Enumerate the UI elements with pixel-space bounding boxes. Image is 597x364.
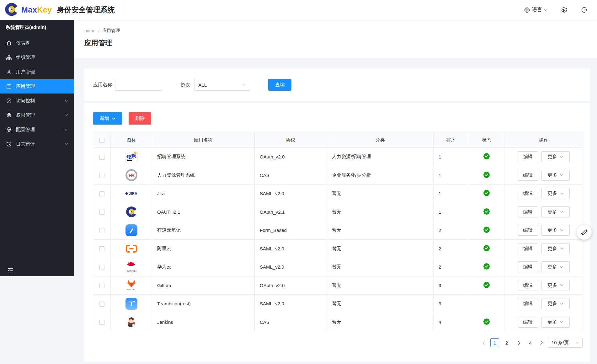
- edit-button[interactable]: 编辑: [518, 280, 538, 291]
- row-checkbox[interactable]: [99, 191, 104, 196]
- chevron-down-icon: [65, 128, 68, 131]
- app-name: GitLab: [157, 283, 171, 288]
- sidebar-item-organizations[interactable]: 组织管理: [0, 50, 74, 65]
- language-switcher[interactable]: 语言: [524, 7, 547, 13]
- edit-button[interactable]: 编辑: [518, 188, 538, 199]
- edit-button[interactable]: 编辑: [518, 170, 538, 181]
- theme-wand-button[interactable]: [577, 225, 592, 240]
- row-select-cell: [93, 313, 111, 331]
- maxkey-app-icon: [111, 203, 152, 221]
- more-button[interactable]: 更多: [541, 225, 570, 236]
- app-name-input[interactable]: [115, 79, 162, 91]
- app-name: 华为云: [157, 264, 171, 269]
- actions-cell: 编辑 更多: [504, 239, 583, 258]
- row-checkbox[interactable]: [99, 173, 104, 178]
- sort-cell: 3: [434, 295, 469, 313]
- actions-cell: 编辑 更多: [504, 295, 583, 313]
- sidebar-item-configuration[interactable]: 配置管理: [0, 122, 74, 137]
- column-header-category: 分类: [327, 132, 434, 148]
- previous-page-icon[interactable]: [480, 338, 487, 347]
- sidebar-item-dashboard[interactable]: 仪表盘: [0, 36, 74, 50]
- category-cell: 暂无: [327, 276, 434, 295]
- row-checkbox[interactable]: [99, 228, 104, 233]
- sidebar-item-permissions[interactable]: 权限管理: [0, 108, 74, 122]
- select-all-checkbox[interactable]: [99, 138, 104, 143]
- more-button[interactable]: 更多: [541, 243, 570, 254]
- actions-cell: 编辑 更多: [504, 166, 583, 185]
- more-button[interactable]: 更多: [541, 298, 570, 309]
- row-checkbox[interactable]: [99, 265, 104, 270]
- edit-button[interactable]: 编辑: [518, 298, 538, 309]
- category-value: 暂无: [332, 209, 341, 214]
- search-button[interactable]: 查询: [268, 79, 291, 91]
- row-checkbox[interactable]: [99, 320, 104, 325]
- actions-cell: 编辑 更多: [504, 148, 583, 166]
- row-checkbox[interactable]: [99, 302, 104, 307]
- protocol-value: OAuth_v2.1: [260, 209, 285, 215]
- sidebar-item-users[interactable]: 用户管理: [0, 65, 74, 79]
- status-enabled-icon: [483, 190, 490, 196]
- sort-cell: 1: [434, 148, 469, 166]
- edit-button[interactable]: 编辑: [518, 151, 538, 162]
- row-icon-cell: HR: [111, 166, 152, 185]
- more-button[interactable]: 更多: [541, 261, 570, 272]
- category-cell: 暂无: [327, 203, 434, 221]
- settings-gear-icon[interactable]: [561, 6, 568, 13]
- chevron-down-icon: [242, 83, 246, 86]
- sidebar-collapse-icon[interactable]: [6, 266, 14, 274]
- row-checkbox[interactable]: [99, 155, 104, 160]
- add-button[interactable]: 新增: [93, 112, 122, 125]
- page-number-4[interactable]: 4: [526, 338, 535, 347]
- category-cell: 暂无: [327, 221, 434, 240]
- row-checkbox[interactable]: [99, 210, 104, 215]
- sidebar-item-applications[interactable]: 应用管理: [0, 79, 74, 94]
- chevron-down-icon: [65, 99, 68, 102]
- category-cell: 暂无: [327, 295, 434, 313]
- column-header-actions: 操作: [504, 132, 583, 148]
- edit-button[interactable]: 编辑: [518, 317, 538, 328]
- protocol-value: SAML_v2.0: [260, 246, 284, 251]
- edit-button[interactable]: 编辑: [518, 243, 538, 254]
- edit-button[interactable]: 编辑: [518, 261, 538, 272]
- app-name-cell: 华为云: [152, 258, 255, 276]
- row-checkbox[interactable]: [99, 283, 104, 288]
- page-size-select[interactable]: 10 条/页: [548, 338, 583, 348]
- app-name-cell: 阿里云: [152, 239, 255, 258]
- more-button[interactable]: 更多: [541, 151, 570, 162]
- jira-app-icon: JIRA: [111, 185, 152, 203]
- page-number-2[interactable]: 2: [502, 338, 511, 347]
- sort-value: 3: [439, 301, 441, 306]
- more-button[interactable]: 更多: [541, 170, 570, 181]
- page-number-3[interactable]: 3: [514, 338, 523, 347]
- table-header-row: 图标 应用名称 协议 分类 排序 状态 操作: [93, 132, 583, 148]
- row-select-cell: [93, 166, 111, 185]
- more-button[interactable]: 更多: [541, 317, 570, 328]
- more-button[interactable]: 更多: [541, 280, 570, 291]
- more-button[interactable]: 更多: [541, 206, 570, 217]
- protocol-value: CAS: [260, 173, 269, 178]
- logout-icon[interactable]: [581, 7, 588, 13]
- protocol-select[interactable]: ALL: [194, 79, 250, 91]
- column-header-icon: 图标: [111, 132, 152, 148]
- applications-table: 图标 应用名称 协议 分类 排序 状态 操作 招聘 招聘管理系统 OAuth_v…: [93, 132, 583, 331]
- sidebar-item-access-control[interactable]: 访问控制: [0, 94, 74, 108]
- next-page-icon[interactable]: [538, 338, 545, 347]
- row-select-cell: [93, 258, 111, 276]
- protocol-value: OAuth_v2.0: [260, 154, 285, 159]
- edit-button[interactable]: 编辑: [518, 225, 538, 236]
- row-checkbox[interactable]: [99, 246, 104, 251]
- breadcrumb-home-link[interactable]: home: [84, 28, 95, 33]
- protocol-cell: SAML_v2.0: [255, 185, 327, 203]
- more-button[interactable]: 更多: [541, 188, 570, 199]
- brand-logo-group: MaxKey 身份安全管理系统: [0, 2, 115, 18]
- status-cell: [469, 239, 504, 258]
- status-enabled-icon: [483, 263, 490, 270]
- page-number-1[interactable]: 1: [490, 338, 499, 347]
- status-cell: [469, 313, 504, 331]
- sidebar-item-audit-logs[interactable]: 日志审计: [0, 137, 74, 151]
- gem-badge-icon: [6, 112, 12, 118]
- edit-button[interactable]: 编辑: [518, 206, 538, 217]
- app-name-cell: 招聘管理系统: [152, 148, 255, 166]
- actions-cell: 编辑 更多: [504, 185, 583, 203]
- delete-button[interactable]: 删除: [129, 112, 151, 125]
